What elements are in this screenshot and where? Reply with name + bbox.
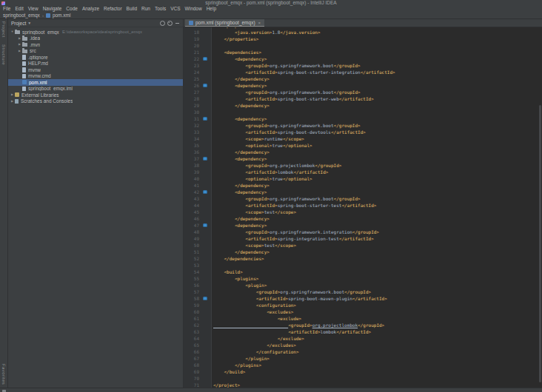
code-line[interactable]: 22 <dependency> — [184, 55, 542, 62]
code-line[interactable]: 68 </plugins> — [184, 362, 542, 368]
menu-item-navigate[interactable]: Navigate — [41, 6, 64, 12]
code-line[interactable]: 36 </dependency> — [184, 149, 542, 155]
code-line[interactable]: 59 <configuration> — [184, 302, 542, 308]
code-line[interactable]: 33 <artifactId>spring-boot-devtools</art… — [184, 129, 542, 135]
code-line[interactable]: 42 <dependency> — [184, 189, 542, 195]
code-line[interactable]: 18 <java.version>1.8</java.version> — [184, 29, 542, 36]
maven-gutter-icon[interactable] — [203, 223, 207, 228]
menu-item-code[interactable]: Code — [64, 6, 80, 12]
code-line[interactable]: 38 <groupId>org.projectlombok</groupId> — [184, 162, 542, 169]
code-line[interactable]: 45 <scope>test</scope> — [184, 209, 542, 215]
code-line[interactable]: 44 <artifactId>spring-boot-starter-test<… — [184, 202, 542, 209]
tree-item-src[interactable]: ▶src — [8, 48, 183, 55]
code-line[interactable]: 47 <dependency> — [184, 222, 542, 229]
tree-item-help-md[interactable]: HELP.md — [8, 61, 183, 67]
tree-item-mvnw-cmd[interactable]: mvnw.cmd — [8, 73, 183, 80]
menu-item-view[interactable]: View — [26, 6, 41, 12]
editor-tab-pom-xml[interactable]: pom.xml (springboot_emqx) × — [185, 19, 264, 27]
code-line[interactable]: 19 </properties> — [184, 36, 542, 42]
code-line[interactable]: 37 <dependency> — [184, 155, 542, 162]
close-icon[interactable]: × — [258, 21, 261, 25]
code-line[interactable]: 57 <groupId>org.springframework.boot</gr… — [184, 288, 542, 295]
menu-item-help[interactable]: Help — [204, 6, 218, 12]
chevron-down-icon[interactable]: ▼ — [27, 21, 31, 25]
menu-item-refactor[interactable]: Refactor — [101, 6, 124, 12]
code-line[interactable]: 23 <groupId>org.springframework.boot</gr… — [184, 62, 542, 69]
code-line[interactable]: 54 <build> — [184, 268, 542, 275]
maven-gutter-icon[interactable] — [203, 117, 207, 121]
code-line[interactable]: 62 <groupId>org.projectlombok</groupId> — [184, 322, 542, 328]
tree-item-gitignore[interactable]: .gitignore — [8, 54, 183, 61]
code-line[interactable]: 30 — [184, 109, 542, 115]
tool-button-project[interactable]: Project — [1, 21, 6, 37]
tree-item-mvnw[interactable]: mvnw — [8, 67, 183, 73]
code-line[interactable]: 53 — [184, 262, 542, 268]
code-line[interactable]: 48 <groupId>org.springframework.integrat… — [184, 229, 542, 235]
vertical-scrollbar[interactable] — [539, 105, 541, 382]
menu-item-edit[interactable]: Edit — [13, 6, 25, 12]
breadcrumb-project[interactable]: springboot_emqx — [3, 13, 40, 18]
code-line[interactable]: 56 <plugin> — [184, 282, 542, 288]
code-line[interactable]: 27 <groupId>org.springframework.boot</gr… — [184, 89, 542, 95]
tree-item-springboot-emqx[interactable]: ▼springboot_emqxE:\ideaworkspace\idea\sp… — [8, 29, 183, 36]
code-line[interactable]: 40 <optional>true</optional> — [184, 175, 542, 182]
gear-icon[interactable] — [167, 20, 173, 26]
code-line[interactable]: 71</project> — [184, 382, 542, 388]
code-line[interactable]: 51 </dependency> — [184, 249, 542, 255]
maven-gutter-icon[interactable] — [203, 190, 207, 195]
maven-gutter-icon[interactable] — [203, 57, 207, 61]
tree-item-mvn[interactable]: ▶.mvn — [8, 41, 183, 48]
code-line[interactable]: 66 </configuration> — [184, 348, 542, 355]
code-line[interactable]: 35 <optional>true</optional> — [184, 142, 542, 149]
tool-button-structure[interactable]: Structure — [1, 44, 6, 65]
code-line[interactable]: 28 <artifactId>spring-boot-starter-web</… — [184, 95, 542, 102]
toolwindow-switcher-icon[interactable] — [2, 390, 6, 392]
code-line[interactable]: 39 <artifactId>lombok</artifactId> — [184, 169, 542, 175]
menu-item-tools[interactable]: Tools — [153, 6, 168, 12]
code-line[interactable]: 25 </dependency> — [184, 75, 542, 82]
code-line[interactable]: 52 </dependencies> — [184, 255, 542, 262]
code-line[interactable]: 58 <artifactId>spring-boot-maven-plugin<… — [184, 295, 542, 302]
code-line[interactable]: 31 <dependency> — [184, 115, 542, 122]
breadcrumb-file[interactable]: pom.xml — [53, 13, 71, 18]
menu-item-run[interactable]: Run — [139, 6, 153, 12]
tree-item-idea[interactable]: ▶.idea — [8, 36, 183, 42]
menu-item-build[interactable]: Build — [124, 6, 139, 12]
tree-item-external-libraries[interactable]: ▶External Libraries — [8, 92, 183, 98]
code-line[interactable]: 41 </dependency> — [184, 182, 542, 189]
code-line[interactable]: 21 <dependencies> — [184, 49, 542, 55]
project-panel-title[interactable]: Project — [11, 21, 26, 26]
tree-item-scratches-and-consoles[interactable]: ▶Scratches and Consoles — [8, 98, 183, 105]
code-line[interactable]: 60 <excludes> — [184, 308, 542, 315]
hide-panel-icon[interactable] — [174, 20, 180, 26]
code-line[interactable]: 49 <artifactId>spring-integration-test</… — [184, 235, 542, 242]
code-editor[interactable]: 17 <properties>18 <java.version>1.8</jav… — [184, 27, 542, 388]
code-line[interactable]: 29 </dependency> — [184, 102, 542, 109]
code-line[interactable]: 24 <artifactId>spring-boot-starter-integ… — [184, 69, 542, 75]
tree-item-springboot-emqx-iml[interactable]: springboot_emqx.iml — [8, 86, 183, 92]
tool-button-favorites[interactable]: Favorites — [1, 364, 6, 385]
code-line[interactable]: 61 <exclude> — [184, 315, 542, 322]
code-line[interactable]: 63 <artifactId>lombok</artifactId> — [184, 328, 542, 335]
maven-gutter-icon[interactable] — [203, 297, 207, 301]
maven-gutter-icon[interactable] — [203, 84, 207, 88]
code-line[interactable]: 55 <plugins> — [184, 275, 542, 282]
tree-item-pom-xml[interactable]: pom.xml — [8, 79, 183, 86]
maven-gutter-icon[interactable] — [203, 157, 207, 161]
code-line[interactable]: 43 <groupId>org.springframework.boot</gr… — [184, 195, 542, 202]
code-line[interactable]: 46 </dependency> — [184, 215, 542, 222]
code-line[interactable]: 32 <groupId>org.springframework.boot</gr… — [184, 122, 542, 129]
menu-item-vcs[interactable]: VCS — [168, 6, 182, 12]
code-line[interactable]: 70 — [184, 375, 542, 382]
menu-item-file[interactable]: File — [1, 6, 13, 12]
code-line[interactable]: 34 <scope>runtime</scope> — [184, 135, 542, 142]
code-line[interactable]: 64 </exclude> — [184, 335, 542, 342]
menu-item-analyze[interactable]: Analyze — [80, 6, 101, 12]
code-line[interactable]: 67 </plugin> — [184, 355, 542, 362]
locate-file-icon[interactable] — [159, 20, 165, 26]
code-line[interactable]: 65 </excludes> — [184, 342, 542, 348]
code-line[interactable]: 50 <scope>test</scope> — [184, 242, 542, 249]
code-line[interactable]: 26 <dependency> — [184, 82, 542, 89]
menu-item-window[interactable]: Window — [183, 6, 204, 12]
code-line[interactable]: 20 — [184, 42, 542, 49]
